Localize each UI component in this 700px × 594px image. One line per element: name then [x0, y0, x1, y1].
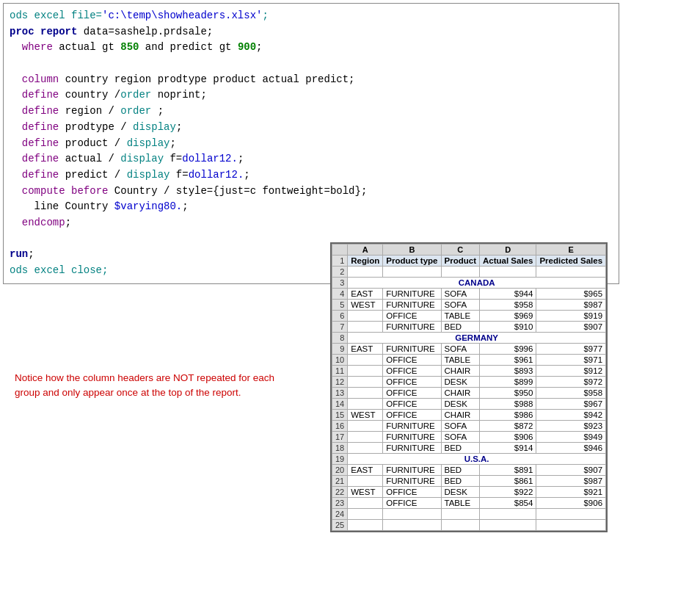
row-num: 12	[332, 377, 348, 388]
country-label: CANADA	[348, 278, 606, 289]
table-row: 12 OFFICE DESK $899 $972	[332, 377, 606, 388]
table-row: 8 GERMANY	[332, 333, 606, 344]
table-row: 3 CANADA	[332, 278, 606, 289]
row-num: 13	[332, 388, 348, 399]
table-row: 23 OFFICE TABLE $854 $906	[332, 498, 606, 509]
table-row: 9 EAST FURNITURE SOFA $996 $977	[332, 344, 606, 355]
notice-content: Notice how the column headers are NOT re…	[15, 372, 274, 398]
header-predicted-sales: Predicted Sales	[536, 256, 606, 267]
table-row: 25	[332, 520, 606, 531]
code-line-blank1	[10, 56, 613, 72]
row-num: 2	[332, 267, 348, 278]
country-label: GERMANY	[348, 333, 606, 344]
col-letter-row: A B C D E	[332, 245, 606, 256]
table-row: 15 WEST OFFICE CHAIR $986 $942	[332, 410, 606, 421]
table-row: 22 WEST OFFICE DESK $922 $921	[332, 487, 606, 498]
code-line-2: proc report data=sashelp.prdsale;	[10, 24, 613, 40]
code-line-11: compute before Country / style={just=c f…	[10, 184, 613, 200]
corner-cell	[332, 245, 348, 256]
row-num: 4	[332, 289, 348, 300]
header-actual-sales: Actual Sales	[479, 256, 536, 267]
table-row: 2	[332, 267, 606, 278]
notice-text: Notice how the column headers are NOT re…	[15, 371, 279, 401]
table-row: 16 FURNITURE SOFA $872 $923	[332, 421, 606, 432]
table-row: 18 FURNITURE BED $914 $946	[332, 443, 606, 454]
code-line-6: define region / order ;	[10, 104, 613, 120]
header-product: Product	[441, 256, 479, 267]
table-row: 6 OFFICE TABLE $969 $919	[332, 311, 606, 322]
row-num: 9	[332, 344, 348, 355]
row-num: 16	[332, 421, 348, 432]
code-line-7: define prodtype / display;	[10, 120, 613, 136]
row-num: 5	[332, 300, 348, 311]
col-a-header: A	[348, 245, 383, 256]
row-num: 6	[332, 311, 348, 322]
code-line-8: define product / display;	[10, 136, 613, 152]
code-line-10: define predict / display f=dollar12.;	[10, 167, 613, 184]
table-row: 17 FURNITURE SOFA $906 $949	[332, 432, 606, 443]
row-num: 1	[332, 256, 348, 267]
code-line-4: column country region prodtype product a…	[10, 72, 613, 88]
table-row: 4 EAST FURNITURE SOFA $944 $965	[332, 289, 606, 300]
table-row: 11 OFFICE CHAIR $893 $912	[332, 366, 606, 377]
row-num: 18	[332, 443, 348, 454]
row-num: 3	[332, 278, 348, 289]
col-d-header: D	[479, 245, 536, 256]
row-num: 8	[332, 333, 348, 344]
row-num: 23	[332, 498, 348, 509]
row-num: 7	[332, 322, 348, 333]
table-row: 21 FURNITURE BED $861 $987	[332, 476, 606, 487]
table-row: 24	[332, 509, 606, 520]
code-line-12: line Country $varying80.;	[10, 199, 613, 215]
excel-table: A B C D E 1 Region Product type Product …	[332, 244, 606, 531]
row-num: 22	[332, 487, 348, 498]
table-row: 13 OFFICE CHAIR $950 $958	[332, 388, 606, 399]
code-line-5: define country /order noprint;	[10, 87, 613, 104]
row-num: 25	[332, 520, 348, 531]
col-c-header: C	[441, 245, 479, 256]
table-row: 20 EAST FURNITURE BED $891 $907	[332, 465, 606, 476]
row-num: 20	[332, 465, 348, 476]
row-num: 24	[332, 509, 348, 520]
header-region: Region	[348, 256, 383, 267]
row-num: 11	[332, 366, 348, 377]
table-row: 10 OFFICE TABLE $961 $971	[332, 355, 606, 366]
code-line-9: define actual / display f=dollar12.;	[10, 151, 613, 167]
country-label: U.S.A.	[348, 454, 606, 465]
header-product-type: Product type	[383, 256, 441, 267]
col-e-header: E	[536, 245, 606, 256]
code-line-13: endcomp;	[10, 215, 613, 231]
col-b-header: B	[383, 245, 441, 256]
table-row: 5 WEST FURNITURE SOFA $958 $987	[332, 300, 606, 311]
table-row: 7 FURNITURE BED $910 $907	[332, 322, 606, 333]
row-num: 21	[332, 476, 348, 487]
table-row: 19 U.S.A.	[332, 454, 606, 465]
table-row: 14 OFFICE DESK $988 $967	[332, 399, 606, 410]
table-row: 1 Region Product type Product Actual Sal…	[332, 256, 606, 267]
row-num: 10	[332, 355, 348, 366]
row-num: 14	[332, 399, 348, 410]
row-num: 17	[332, 432, 348, 443]
code-line-3: where actual gt 850 and predict gt 900;	[10, 40, 613, 56]
excel-container: A B C D E 1 Region Product type Product …	[330, 242, 608, 532]
row-num: 19	[332, 454, 348, 465]
row-num: 15	[332, 410, 348, 421]
code-line-1: ods excel file='c:\temp\showheaders.xlsx…	[10, 8, 613, 24]
